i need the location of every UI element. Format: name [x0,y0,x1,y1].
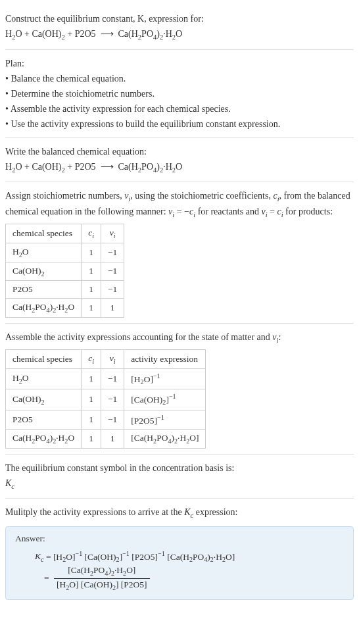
cell-species: Ca(H2PO4)2·H2O [6,299,82,318]
kc-denominator: [H2O] [Ca(OH)2] [P2O5] [54,579,150,593]
kc-symbol: Kc [5,476,354,492]
table-header-row: chemical species ci νi [6,224,124,243]
kc-line-1: Kc = [H2O]−1 [Ca(OH)2]−1 [P2O5]−1 [Ca(H2… [35,549,344,564]
plan-bullet-2: • Determine the stoichiometric numbers. [5,87,354,101]
cell-activity: [Ca(H2PO4)2·H2O] [124,430,206,449]
cell-species: Ca(OH)2 [6,389,82,410]
intro-equation: H2O + Ca(OH)2 + P2O5 ⟶ Ca(H2PO4)2·H2O [5,27,354,43]
cell-ci: 1 [82,430,101,449]
multiply-text: Mulitply the activity expressions to arr… [5,505,354,521]
plan-title: Plan: [5,57,354,70]
header-species: chemical species [6,224,82,243]
cell-species: Ca(H2PO4)2·H2O [6,430,82,449]
table-row: Ca(H2PO4)2·H2O 1 1 [Ca(H2PO4)2·H2O] [6,430,206,449]
cell-ci: 1 [82,299,101,318]
header-vi: νi [101,350,124,369]
table-row: P2O5 1 −1 [6,281,124,299]
cell-ci: 1 [82,410,101,430]
cell-species: P2O5 [6,410,82,430]
plan-bullet-1: • Balance the chemical equation. [5,72,354,86]
balanced-section: Write the balanced chemical equation: H2… [5,138,354,183]
table-row: Ca(H2PO4)2·H2O 1 1 [6,299,124,318]
table-row: Ca(OH)2 1 −1 [6,262,124,281]
cell-species: P2O5 [6,281,82,299]
header-ci: ci [82,224,101,243]
cell-ci: 1 [82,281,101,299]
intro-section: Construct the equilibrium constant, K, e… [5,5,354,50]
balanced-equation: H2O + Ca(OH)2 + P2O5 ⟶ Ca(H2PO4)2·H2O [5,160,354,176]
kc-expression: Kc = [H2O]−1 [Ca(OH)2]−1 [P2O5]−1 [Ca(H2… [35,549,344,593]
plan-bullet-4: • Use the activity expressions to build … [5,117,354,131]
kc-symbol-section: The equilibrium constant symbol in the c… [5,455,354,499]
activity-section: Assemble the activity expressions accoun… [5,324,354,455]
header-activity: activity expression [124,350,206,369]
multiply-section: Mulitply the activity expressions to arr… [5,499,354,605]
cell-species: H2O [6,243,82,262]
kc-line-2: = [Ca(H2PO4)2·H2O] [H2O] [Ca(OH)2] [P2O5… [35,564,344,593]
activity-table: chemical species ci νi activity expressi… [5,349,206,448]
cell-activity: [P2O5]−1 [124,410,206,430]
cell-vi: 1 [101,430,124,449]
answer-box: Answer: Kc = [H2O]−1 [Ca(OH)2]−1 [P2O5]−… [5,526,354,600]
stoich-section: Assign stoichiometric numbers, νi, using… [5,182,354,324]
cell-vi: 1 [101,299,124,318]
cell-ci: 1 [82,243,101,262]
cell-vi: −1 [101,262,124,281]
cell-species: H2O [6,369,82,389]
plan-bullet-3: • Assemble the activity expression for e… [5,102,354,116]
kc-numerator: [Ca(H2PO4)2·H2O] [54,564,150,579]
header-ci: ci [82,350,101,369]
kc-symbol-text: The equilibrium constant symbol in the c… [5,461,354,475]
cell-vi: −1 [101,281,124,299]
cell-activity: [Ca(OH)2]−1 [124,389,206,410]
balanced-title: Write the balanced chemical equation: [5,145,354,159]
header-species: chemical species [6,350,82,369]
plan-section: Plan: • Balance the chemical equation. •… [5,50,354,138]
activity-text: Assemble the activity expressions accoun… [5,330,354,346]
table-row: H2O 1 −1 [H2O]−1 [6,369,206,389]
cell-ci: 1 [82,389,101,410]
intro-line-1: Construct the equilibrium constant, K, e… [5,12,354,26]
table-row: Ca(OH)2 1 −1 [Ca(OH)2]−1 [6,389,206,410]
cell-species: Ca(OH)2 [6,262,82,281]
cell-ci: 1 [82,262,101,281]
stoich-text: Assign stoichiometric numbers, νi, using… [5,189,354,220]
cell-ci: 1 [82,369,101,389]
table-row: P2O5 1 −1 [P2O5]−1 [6,410,206,430]
header-vi: νi [101,224,124,243]
cell-vi: −1 [101,410,124,430]
table-row: H2O 1 −1 [6,243,124,262]
kc-fraction: [Ca(H2PO4)2·H2O] [H2O] [Ca(OH)2] [P2O5] [54,564,150,593]
cell-vi: −1 [101,389,124,410]
cell-vi: −1 [101,243,124,262]
cell-activity: [H2O]−1 [124,369,206,389]
table-header-row: chemical species ci νi activity expressi… [6,350,206,369]
stoich-table: chemical species ci νi H2O 1 −1 Ca(OH)2 … [5,224,124,318]
answer-label: Answer: [15,533,344,544]
cell-vi: −1 [101,369,124,389]
